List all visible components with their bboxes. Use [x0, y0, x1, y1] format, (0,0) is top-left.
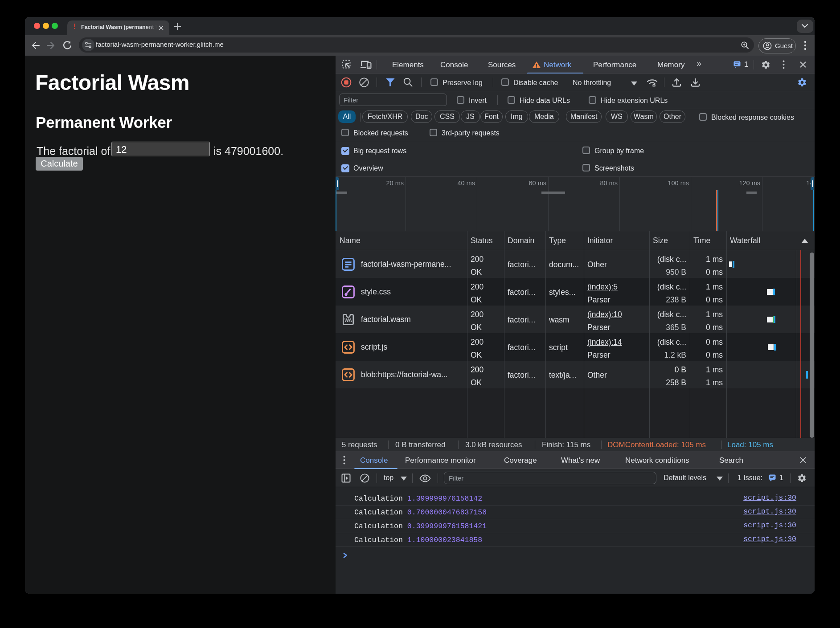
svg-text:WA: WA — [344, 318, 352, 323]
